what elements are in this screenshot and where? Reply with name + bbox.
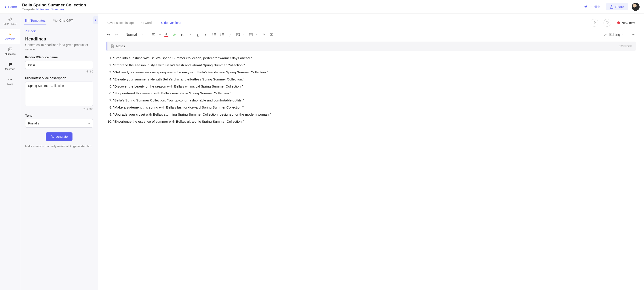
name-label: Product/Service name <box>25 56 93 59</box>
more-toolbar-button[interactable] <box>630 32 637 38</box>
chevron-down-icon <box>142 34 144 36</box>
strikethrough-button[interactable]: S <box>203 32 210 38</box>
headline-item[interactable]: "Upgrade your closet with Bella's stunni… <box>113 111 636 118</box>
headline-item[interactable]: "Discover the beauty of the season with … <box>113 83 636 90</box>
rail-more[interactable]: More <box>0 74 20 89</box>
svg-rect-11 <box>26 19 26 22</box>
product-name-input[interactable] <box>25 61 93 69</box>
send-icon <box>584 5 588 9</box>
document-title[interactable]: Bella Spring Summer Collection <box>22 3 86 8</box>
rail-ai-writer[interactable]: AI Writer <box>0 29 20 44</box>
headline-item[interactable]: "Step into sunshine with Bella's Spring … <box>113 54 636 62</box>
headline-item[interactable]: "Get ready for some serious spring wardr… <box>113 69 636 76</box>
status-dot-icon <box>617 22 620 24</box>
rail-brief-seo[interactable]: Brief + SEO <box>0 14 20 29</box>
align-button[interactable] <box>150 32 157 38</box>
svg-point-8 <box>8 79 9 80</box>
add-user-button[interactable] <box>591 19 598 26</box>
tone-select[interactable]: Friendly <box>25 119 93 128</box>
schedule-button[interactable] <box>604 19 611 26</box>
home-link[interactable]: Home <box>4 5 17 8</box>
desc-label: Product/Service description <box>25 76 93 80</box>
font-color-button[interactable]: A <box>163 32 170 38</box>
svg-point-1 <box>10 18 11 20</box>
headline-item[interactable]: "Bella's Spring Summer Collection: Your … <box>113 97 636 104</box>
older-versions-link[interactable]: Older versions <box>161 21 181 24</box>
templates-icon <box>25 19 29 22</box>
clear-format-button[interactable]: T <box>260 32 267 38</box>
italic-button[interactable]: I <box>187 32 194 38</box>
link-button[interactable] <box>227 32 234 38</box>
user-avatar[interactable] <box>632 3 640 11</box>
desc-char-count: 25 / 900 <box>25 108 93 111</box>
target-icon <box>8 17 12 21</box>
chevron-down-icon <box>622 34 624 36</box>
chevron-left-icon <box>25 30 27 32</box>
template-link[interactable]: Notes and Summary <box>36 8 65 11</box>
svg-rect-12 <box>26 19 27 22</box>
svg-rect-6 <box>8 48 12 51</box>
tab-templates[interactable]: Templates <box>24 16 46 25</box>
svg-point-48 <box>632 34 633 35</box>
svg-point-20 <box>608 23 609 24</box>
svg-point-14 <box>594 22 595 23</box>
svg-point-50 <box>635 34 636 35</box>
tab-chatgpt[interactable]: ChatGPT <box>52 16 74 25</box>
numbered-list-button[interactable]: 123 <box>219 32 226 38</box>
chat-bubbles-icon <box>54 19 58 22</box>
table-button[interactable] <box>248 32 254 38</box>
svg-text:3: 3 <box>220 35 221 36</box>
total-word-count: 1131 words <box>137 21 153 24</box>
svg-point-7 <box>9 49 10 49</box>
svg-point-49 <box>634 34 634 35</box>
publish-label: Publish <box>590 5 600 8</box>
image-button[interactable] <box>235 32 241 38</box>
dots-icon <box>8 77 12 81</box>
table-dropdown[interactable] <box>256 32 259 38</box>
svg-point-0 <box>8 18 12 21</box>
panel-subheading: Generates 10 headlines for a given produ… <box>25 43 93 52</box>
tone-label: Tone <box>25 114 93 117</box>
headline-list[interactable]: "Step into sunshine with Bella's Spring … <box>106 54 636 125</box>
template-line: Template: Notes and Summary <box>22 8 86 11</box>
headline-item[interactable]: "Embrace the season in style with Bella'… <box>113 62 636 69</box>
undo-button[interactable] <box>105 32 112 38</box>
svg-point-24 <box>212 34 213 34</box>
redo-button[interactable] <box>113 32 120 38</box>
image-dropdown[interactable] <box>243 32 246 38</box>
svg-point-28 <box>212 36 213 36</box>
share-button[interactable]: Share <box>606 3 628 10</box>
back-link[interactable]: Back <box>25 29 93 33</box>
rail-message[interactable]: Message <box>0 59 20 74</box>
headline-item[interactable]: "Elevate your summer style with Bella's … <box>113 76 636 83</box>
headline-item[interactable]: "Experience the essence of summer with B… <box>113 118 636 125</box>
notes-section-header[interactable]: Notes 639 words <box>106 42 636 50</box>
publish-button[interactable]: Publish <box>580 3 604 10</box>
product-desc-input[interactable] <box>25 82 93 106</box>
headline-item[interactable]: "Stay on-trend this season with Bella's … <box>113 90 636 97</box>
svg-point-9 <box>10 79 10 80</box>
nav-rail: Brief + SEO AI Writer AI Images Message … <box>0 14 20 290</box>
svg-rect-13 <box>28 19 28 22</box>
chevron-left-icon <box>4 5 7 8</box>
new-item-button[interactable]: New Item <box>617 21 636 25</box>
document-icon <box>111 44 114 48</box>
panel-heading: Headlines <box>25 36 93 42</box>
saved-status: Saved seconds ago <box>106 21 134 24</box>
paragraph-style-select[interactable]: Normal <box>123 32 147 38</box>
underline-button[interactable]: U <box>195 32 202 38</box>
rail-ai-images[interactable]: AI Images <box>0 44 20 59</box>
notes-word-count: 639 words <box>619 44 632 48</box>
headline-item[interactable]: "Make a statement this spring with Bella… <box>113 104 636 111</box>
regenerate-button[interactable]: Re-generate <box>46 132 73 141</box>
comment-button[interactable] <box>268 32 275 38</box>
upload-icon <box>610 5 614 8</box>
highlight-button[interactable] <box>171 32 178 38</box>
editing-mode-select[interactable]: Editing <box>602 32 626 38</box>
svg-point-10 <box>11 79 12 80</box>
side-panel: Templates ChatGPT Back Headlines Generat… <box>20 14 98 290</box>
align-dropdown[interactable] <box>158 32 162 38</box>
collapse-panel-button[interactable] <box>93 16 98 24</box>
bold-button[interactable]: B <box>179 32 186 38</box>
bullet-list-button[interactable] <box>211 32 218 38</box>
